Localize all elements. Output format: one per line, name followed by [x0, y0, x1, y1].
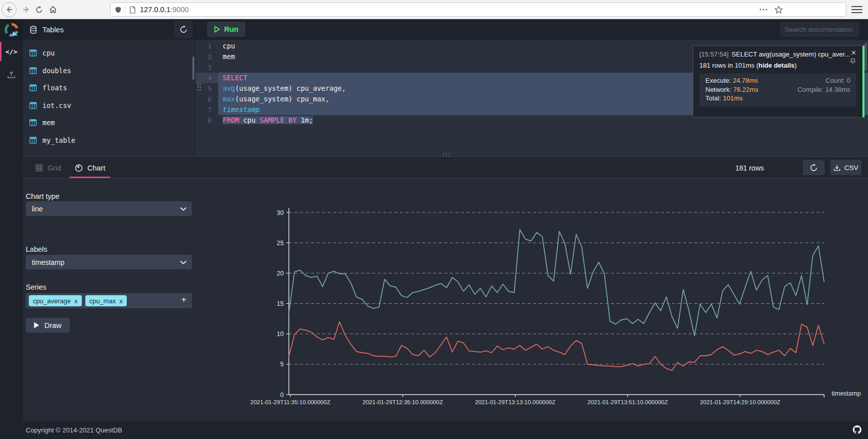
notification-query: [15:57:54] SELECT avg(usage_system) cpu_… — [699, 50, 856, 58]
line-number: 3 — [195, 62, 218, 73]
network-value: 76.22ms — [733, 86, 758, 93]
table-list-item[interactable]: mem — [23, 114, 195, 132]
home-icon — [49, 6, 57, 14]
shield-icon — [115, 6, 122, 14]
series-tag-remove-icon[interactable]: x — [119, 297, 123, 305]
table-icon — [29, 137, 37, 144]
table-list-item[interactable]: iot.csv — [23, 97, 195, 115]
search-documentation-input[interactable]: Search documentation — [780, 22, 859, 37]
run-label: Run — [224, 25, 238, 33]
search-documentation-placeholder: Search documentation — [785, 26, 853, 33]
chevron-down-icon — [180, 207, 187, 211]
series-tag[interactable]: cpu_maxx — [85, 295, 127, 306]
series-line-cpu_average — [289, 322, 824, 370]
urlbar-divider — [125, 6, 125, 14]
database-icon — [29, 26, 37, 34]
run-button[interactable]: Run — [207, 22, 245, 37]
table-name: my_table — [42, 136, 75, 144]
series-line-cpu_max — [289, 230, 824, 336]
svg-text:20: 20 — [277, 270, 284, 277]
table-name: doubles — [42, 67, 71, 75]
table-name: iot.csv — [42, 101, 71, 109]
line-number: 7 — [195, 104, 218, 115]
refresh-icon — [809, 163, 818, 172]
line-number: 8 — [195, 115, 218, 126]
rail-console-tab[interactable]: </> — [0, 40, 23, 63]
tables-refresh-button[interactable] — [174, 21, 192, 38]
notification-pin-icon[interactable] — [850, 58, 856, 67]
csv-download-button[interactable]: CSV — [830, 160, 861, 175]
series-tag-label: cpu_average — [33, 297, 71, 305]
compile-value: 14.38ms — [825, 86, 850, 93]
add-series-icon[interactable]: + — [181, 295, 186, 305]
svg-text:15: 15 — [277, 300, 284, 307]
tables-list: cpudoublesfloatsiot.csvmemmy_table — [23, 40, 195, 149]
browser-back-button[interactable] — [2, 2, 17, 17]
browser-home-button[interactable] — [45, 2, 61, 17]
panel-resize-handle-vertical[interactable] — [197, 83, 201, 91]
questdb-logo[interactable] — [0, 19, 23, 40]
notification-stats: Execute: 24.78ms Network: 76.22ms Total:… — [699, 73, 856, 106]
upload-icon — [7, 71, 16, 79]
url-text: 127.0.0.1:9000 — [140, 6, 189, 14]
tab-chart[interactable]: Chart — [75, 157, 105, 178]
series-tag[interactable]: cpu_averagex — [29, 295, 82, 306]
line-chart[interactable]: 0510152025302021-01-29T11:35:10.000000Z2… — [222, 185, 866, 409]
labels-select[interactable]: timestamp — [26, 255, 192, 269]
browser-reload-button[interactable] — [31, 2, 46, 17]
csv-label: CSV — [844, 164, 858, 172]
table-icon — [29, 67, 37, 74]
reload-icon — [35, 6, 43, 14]
tables-scrollbar-thumb[interactable] — [192, 57, 194, 80]
draw-button[interactable]: Draw — [26, 318, 70, 333]
side-rail: </> — [0, 40, 23, 421]
chart-type-label: Chart type — [26, 192, 60, 200]
browser-menu-icon[interactable] — [851, 4, 862, 15]
tables-title: Tables — [42, 26, 64, 34]
page-actions-icon[interactable] — [759, 8, 768, 11]
x-axis-tick-label: 2021-01-29T11:35:10.000000Z — [250, 399, 330, 405]
line-number: 4 — [195, 73, 218, 83]
notification-query-text: SELECT avg(usage_system) cpu_aver... — [732, 50, 850, 58]
series-input[interactable]: cpu_averagexcpu_maxx+ — [26, 293, 192, 308]
x-axis-tick-label: 2021-01-29T13:13:10.000000Z — [475, 399, 555, 405]
pie-chart-icon — [75, 164, 83, 172]
query-notification: [15:57:54] SELECT avg(usage_system) cpu_… — [693, 45, 864, 118]
table-name: floats — [42, 84, 67, 92]
x-axis-tick-label: 2021-01-29T13:51:10.000000Z — [587, 399, 668, 405]
draw-play-icon — [34, 322, 39, 328]
labels-label: Labels — [26, 245, 47, 253]
run-play-icon — [214, 26, 220, 33]
notification-close-icon[interactable]: ✕ — [851, 49, 856, 57]
bookmark-star-icon[interactable] — [775, 6, 783, 14]
table-list-item[interactable]: doubles — [23, 62, 195, 80]
tab-chart-label: Chart — [87, 164, 105, 172]
download-icon — [833, 164, 841, 172]
tab-grid[interactable]: Grid — [35, 157, 61, 178]
execute-value: 24.78ms — [733, 77, 758, 84]
github-icon[interactable] — [853, 425, 861, 436]
line-number: 2 — [195, 51, 218, 62]
line-number: 6 — [195, 94, 218, 104]
url-bar[interactable]: 127.0.0.1:9000 — [110, 3, 846, 17]
rail-import-tab[interactable] — [0, 63, 23, 86]
series-tag-remove-icon[interactable]: x — [74, 297, 78, 305]
svg-text:25: 25 — [277, 240, 284, 247]
editor-scrollbar-thumb[interactable] — [864, 43, 867, 71]
panel-resize-handle-horizontal[interactable] — [442, 152, 451, 157]
questdb-web-console: 127.0.0.1:9000 Tables — [0, 0, 868, 439]
table-list-item[interactable]: my_table — [23, 132, 195, 149]
results-refresh-button[interactable] — [803, 160, 825, 175]
tables-panel: cpudoublesfloatsiot.csvmemmy_table — [23, 40, 195, 155]
svg-text:10: 10 — [277, 331, 284, 338]
table-list-item[interactable]: cpu — [23, 44, 195, 62]
tables-panel-header: Tables — [23, 19, 195, 40]
table-list-item[interactable]: floats — [23, 79, 195, 97]
chart-type-select[interactable]: line — [26, 201, 192, 216]
hide-details-link[interactable]: hide details — [758, 62, 795, 69]
tab-grid-label: Grid — [47, 164, 61, 172]
chart-canvas: 0510152025302021-01-29T11:35:10.000000Z2… — [222, 185, 866, 409]
chart-type-value: line — [32, 205, 43, 213]
grid-icon — [35, 164, 43, 172]
table-name: cpu — [42, 49, 55, 57]
